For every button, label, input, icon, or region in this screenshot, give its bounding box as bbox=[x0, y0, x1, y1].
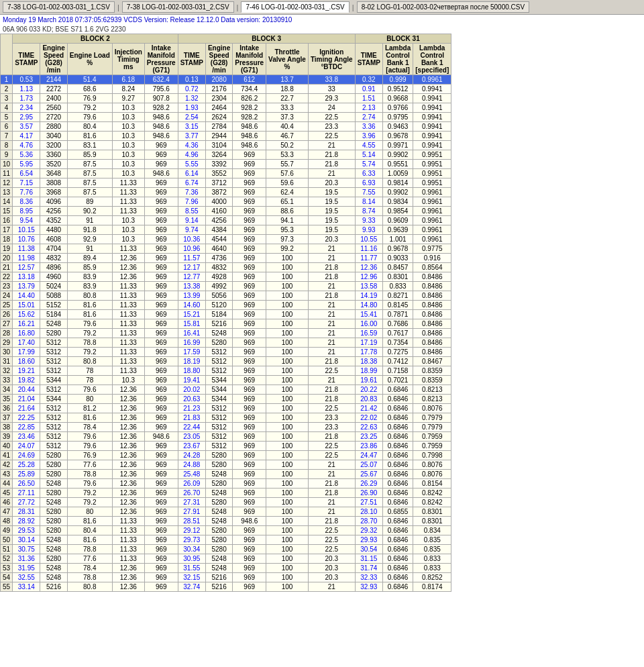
b3-intake-pressure: 969 bbox=[233, 535, 266, 545]
b3-ignition-timing: 21.8 bbox=[308, 272, 355, 282]
b2-engine-load: 87.5 bbox=[67, 169, 112, 178]
b2-timestamp: 11.38 bbox=[13, 244, 40, 254]
b2-engine-speed: 5248 bbox=[40, 535, 67, 545]
col-b31-ts: TIMESTAMP bbox=[355, 44, 382, 75]
b3-engine-speed: 5248 bbox=[205, 470, 232, 479]
b2-timestamp: 26.50 bbox=[13, 479, 40, 489]
row-number: 40 bbox=[1, 442, 13, 451]
b3-ignition-timing: 21 bbox=[308, 310, 355, 319]
b3-intake-pressure: 969 bbox=[233, 470, 266, 479]
b2-intake-pressure: 928.2 bbox=[144, 103, 178, 113]
b3-ignition-timing: 24 bbox=[308, 103, 355, 113]
b31-timestamp: 22.02 bbox=[355, 413, 382, 423]
b2-injection-timing: 12.36 bbox=[112, 413, 144, 423]
row-number: 38 bbox=[1, 423, 13, 432]
b31-lambda-actual: 0.6846 bbox=[382, 582, 413, 592]
row-number: 20 bbox=[1, 254, 13, 263]
b31-timestamp: 10.55 bbox=[355, 235, 382, 244]
b31-lambda-specified: 0.833 bbox=[413, 564, 451, 573]
b3-ignition-timing: 21.8 bbox=[308, 357, 355, 366]
b3-engine-speed: 5312 bbox=[205, 357, 232, 366]
b2-timestamp: 2.34 bbox=[13, 103, 40, 113]
b31-lambda-actual: 0.9971 bbox=[382, 141, 413, 150]
b3-timestamp: 8.55 bbox=[178, 207, 205, 216]
b2-timestamp: 24.07 bbox=[13, 442, 40, 451]
table-row: 2515.01515281.611.3396914.60512096910021… bbox=[1, 301, 451, 310]
b2-intake-pressure: 969 bbox=[144, 188, 178, 197]
b3-engine-speed: 2080 bbox=[205, 75, 232, 85]
b2-intake-pressure: 969 bbox=[144, 254, 178, 263]
b31-lambda-actual: 0.6846 bbox=[382, 404, 413, 413]
b2-engine-speed: 5312 bbox=[40, 404, 67, 413]
b3-timestamp: 18.80 bbox=[178, 366, 205, 376]
col-b2-ts: TIMESTAMP bbox=[13, 44, 40, 75]
b3-ignition-timing: 19.5 bbox=[308, 188, 355, 197]
col-b3-imp: IntakeManifoldPressure(G71) bbox=[233, 44, 266, 75]
b3-timestamp: 7.36 bbox=[178, 188, 205, 197]
b31-timestamp: 30.54 bbox=[355, 545, 382, 554]
col-b2-el: Engine Load% bbox=[67, 44, 112, 75]
tab-2[interactable]: 7-38 LOG-01-002-003-031_2.CSV bbox=[122, 1, 234, 13]
table-row: 4225.28528077.612.3696924.88528096910021… bbox=[1, 460, 451, 470]
b2-engine-speed: 5152 bbox=[40, 301, 67, 310]
b3-ignition-timing: 19.5 bbox=[308, 197, 355, 207]
b3-intake-pressure: 969 bbox=[233, 489, 266, 498]
b31-lambda-actual: 0.8271 bbox=[382, 291, 413, 301]
b3-intake-pressure: 969 bbox=[233, 150, 266, 160]
b2-injection-timing: 9.27 bbox=[112, 94, 144, 103]
b31-lambda-specified: 0.833 bbox=[413, 554, 451, 564]
tab-3[interactable]: 7-46 LOG-01-002-003-031_.CSV bbox=[241, 1, 349, 13]
b2-timestamp: 25.89 bbox=[13, 470, 40, 479]
b2-injection-timing: 12.36 bbox=[112, 470, 144, 479]
b3-intake-pressure: 969 bbox=[233, 404, 266, 413]
b2-engine-speed: 5280 bbox=[40, 507, 67, 517]
b2-engine-load: 89.4 bbox=[67, 254, 112, 263]
b31-timestamp: 26.29 bbox=[355, 479, 382, 489]
table-row: 148.3640968911.339697.96400096965.119.58… bbox=[1, 197, 451, 207]
b31-timestamp: 25.07 bbox=[355, 460, 382, 470]
b2-engine-speed: 5248 bbox=[40, 545, 67, 554]
b2-timestamp: 18.60 bbox=[13, 357, 40, 366]
b2-intake-pressure: 969 bbox=[144, 442, 178, 451]
b31-lambda-actual: 0.6846 bbox=[382, 413, 413, 423]
b3-ignition-timing: 20.3 bbox=[308, 178, 355, 188]
b3-intake-pressure: 948.6 bbox=[233, 122, 266, 132]
b3-engine-speed: 5344 bbox=[205, 376, 232, 385]
tab-1[interactable]: 7-38 LOG-01-002-003-031_1.CSV bbox=[3, 1, 115, 13]
b3-engine-speed: 4832 bbox=[205, 263, 232, 272]
row-number: 24 bbox=[1, 291, 13, 301]
row-number: 27 bbox=[1, 319, 13, 329]
b2-engine-load: 91 bbox=[67, 216, 112, 225]
tabs-bar: 7-38 LOG-01-002-003-031_1.CSV | 7-38 LOG… bbox=[0, 0, 644, 15]
b2-engine-load: 79.2 bbox=[67, 489, 112, 498]
b3-ignition-timing: 22.5 bbox=[308, 451, 355, 460]
b3-ignition-timing: 21 bbox=[308, 507, 355, 517]
b2-injection-timing: 10.3 bbox=[112, 150, 144, 160]
b2-intake-pressure: 969 bbox=[144, 207, 178, 216]
b3-engine-speed: 5312 bbox=[205, 423, 232, 432]
b3-intake-pressure: 969 bbox=[233, 235, 266, 244]
row-number: 43 bbox=[1, 470, 13, 479]
tab-4[interactable]: 8-02 LOG-01-002-003-02четвертая после 50… bbox=[357, 1, 530, 13]
b31-lambda-actual: 0.7021 bbox=[382, 376, 413, 385]
b2-intake-pressure: 969 bbox=[144, 451, 178, 460]
b3-ignition-timing: 33.8 bbox=[308, 75, 355, 85]
b2-timestamp: 6.54 bbox=[13, 169, 40, 178]
b3-intake-pressure: 612 bbox=[233, 75, 266, 85]
b3-throttle-angle: 59.6 bbox=[266, 178, 309, 188]
b3-timestamp: 9.74 bbox=[178, 225, 205, 235]
table-row: 31.73240076.99.27907.81.322304826.222.72… bbox=[1, 94, 451, 103]
b2-injection-timing: 11.33 bbox=[112, 178, 144, 188]
b3-throttle-angle: 100 bbox=[266, 507, 309, 517]
b31-timestamp: 14.19 bbox=[355, 291, 382, 301]
b2-injection-timing: 10.3 bbox=[112, 225, 144, 235]
b2-engine-speed: 5280 bbox=[40, 517, 67, 526]
b3-engine-speed: 5280 bbox=[205, 479, 232, 489]
b31-lambda-actual: 0.8301 bbox=[382, 272, 413, 282]
b3-timestamp: 17.59 bbox=[178, 348, 205, 357]
b2-intake-pressure: 969 bbox=[144, 291, 178, 301]
b3-timestamp: 12.77 bbox=[178, 272, 205, 282]
b3-throttle-angle: 100 bbox=[266, 564, 309, 573]
b3-intake-pressure: 969 bbox=[233, 310, 266, 319]
b31-timestamp: 27.51 bbox=[355, 498, 382, 507]
